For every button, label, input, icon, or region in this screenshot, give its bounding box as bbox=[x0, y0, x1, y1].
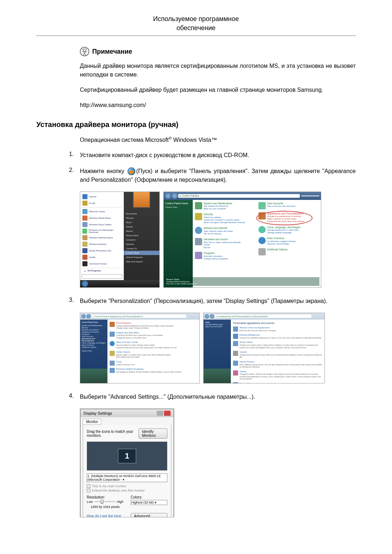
monitor-preview-area[interactable]: 1 bbox=[87, 442, 167, 471]
step-1-num: 1. bbox=[69, 151, 80, 160]
sr-item-recent[interactable]: Recent Items bbox=[124, 233, 159, 238]
start-item-wmp[interactable]: Windows Media Player bbox=[82, 215, 122, 221]
search-input[interactable] bbox=[301, 196, 319, 196]
sb-home[interactable]: Control Panel Home bbox=[82, 321, 106, 323]
sr-item-default[interactable]: Default Programs bbox=[124, 255, 159, 259]
start-item-email[interactable]: E-mail bbox=[82, 200, 122, 206]
sr-item-help[interactable]: Help and Support bbox=[124, 259, 159, 264]
cp-cat-clock[interactable]: Clock, Language, and RegionChange keyboa… bbox=[258, 226, 319, 234]
breadcrumb[interactable]: « Control Panel ▸ Appearance and Persona… bbox=[91, 315, 186, 318]
cp-cat-ease[interactable]: Ease of AccessLet Windows suggest settin… bbox=[258, 237, 319, 245]
cp-cat-additional[interactable]: Additional Options bbox=[258, 248, 319, 255]
ds-tab-monitor[interactable]: Monitor bbox=[83, 419, 101, 425]
sb-font-size[interactable]: Adjust font size (DPI) bbox=[205, 325, 229, 328]
personalization-titlebar: « ▸ Appearance and Personalization ▸ Per… bbox=[204, 313, 324, 320]
sb-additional[interactable]: Additional Options bbox=[82, 346, 106, 348]
note-para-1: Данный драйвер монитора является сертифи… bbox=[80, 62, 356, 79]
pb-sounds[interactable]: SoundsChange which sounds are heard when… bbox=[233, 351, 322, 358]
start-item-gallery[interactable]: Windows Photo Gallery bbox=[82, 221, 122, 228]
cp-cat-hardware[interactable]: Hardware and SoundPlay CDs or other medi… bbox=[195, 238, 256, 249]
cp-cat-network[interactable]: Network and InternetView network status … bbox=[195, 227, 256, 235]
cp-sidebar-classic[interactable]: Classic View bbox=[165, 206, 191, 208]
pb-screensaver[interactable]: Screen SaverChange your screen saver or … bbox=[233, 341, 322, 349]
cp-cat-programs[interactable]: ProgramsUninstall a program Change start… bbox=[195, 252, 256, 260]
pa-sidebar[interactable]: Windows Sidebar PropertiesAdd gadgets to… bbox=[110, 368, 197, 373]
sb-clock[interactable]: Clock, Language, and Region bbox=[82, 342, 106, 344]
folder-icon bbox=[110, 351, 115, 356]
additional-icon bbox=[258, 248, 266, 255]
colors-column: Colors: Highest (32 bit) ▾ bbox=[131, 495, 167, 509]
slider-thumb[interactable] bbox=[101, 500, 103, 504]
taskbar-start-button[interactable] bbox=[82, 280, 88, 287]
cp-sidebar-home[interactable]: Control Panel Home bbox=[165, 202, 191, 205]
os-suffix: Windows Vista™ bbox=[172, 137, 217, 143]
back-button[interactable] bbox=[205, 314, 209, 319]
colors-select[interactable]: Highest (32 bit) ▾ bbox=[131, 500, 167, 505]
pa-personalization[interactable]: PersonalizationChange desktop background… bbox=[110, 322, 197, 329]
window-color-icon bbox=[233, 327, 238, 332]
sr-item-computer[interactable]: Computer bbox=[124, 238, 159, 242]
cp-cat-system[interactable]: System and MaintenanceGet started with W… bbox=[195, 202, 256, 210]
pb-theme[interactable]: ThemeChange the theme. Themes can change… bbox=[233, 370, 322, 380]
pa-ease[interactable]: Ease of Access CenterAccommodate low vis… bbox=[110, 341, 197, 349]
breadcrumb[interactable]: « ▸ Appearance and Personalization ▸ Per… bbox=[215, 315, 311, 318]
start-item-internet[interactable]: Internet bbox=[82, 193, 122, 200]
step-3: 3. Выберите "Personalization" (Персонали… bbox=[69, 297, 356, 305]
start-search-input[interactable] bbox=[82, 274, 122, 279]
step-2-screenshots: Internet E-mail Welcome Center Windows M… bbox=[80, 192, 356, 288]
breadcrumb[interactable]: ▸ Control Panel ▸ bbox=[178, 194, 300, 198]
sr-item-games[interactable]: Games bbox=[124, 225, 159, 229]
pa-taskbar[interactable]: Taskbar and Start MenuCustomize the Star… bbox=[110, 332, 197, 339]
close-button[interactable] bbox=[164, 411, 171, 416]
pb-window-color[interactable]: Window Color and AppearanceFine tune the… bbox=[233, 327, 322, 332]
note-block: Примечание Данный драйвер монитора являе… bbox=[80, 47, 356, 110]
extend-checkbox[interactable] bbox=[87, 489, 90, 492]
identify-monitors-button[interactable]: Identify Monitors bbox=[139, 428, 167, 439]
start-item-welcome[interactable]: Welcome Center bbox=[82, 208, 122, 215]
appearance-window: « Control Panel ▸ Appearance and Persona… bbox=[80, 313, 199, 383]
start-item-explorer[interactable]: Windows Explorer bbox=[82, 241, 122, 247]
pb-display-settings[interactable]: Display SettingsAdjust your monitor reso… bbox=[233, 382, 322, 383]
cp-cat-users[interactable]: User AccountsAdd or remove user accounts bbox=[258, 202, 319, 209]
steps-list-4: 4. Выберите "Advanced Settings..." (Допо… bbox=[69, 393, 356, 401]
sr-item-documents[interactable]: Documents bbox=[124, 212, 159, 216]
resolution-slider[interactable] bbox=[94, 501, 115, 502]
forward-button[interactable] bbox=[86, 314, 91, 319]
pa-folder[interactable]: Folder OptionsSpecify single- or double-… bbox=[110, 351, 197, 358]
step-4-num: 4. bbox=[69, 393, 80, 401]
pa-fonts[interactable]: FontsInstall or remove a font bbox=[110, 361, 197, 366]
start-all-programs[interactable]: ▸All Programs bbox=[82, 269, 122, 273]
start-item-photoshop[interactable]: Adobe Photoshop CS2 bbox=[82, 247, 122, 254]
sr-item-network[interactable]: Network bbox=[124, 242, 159, 246]
system-icon bbox=[195, 202, 202, 209]
forward-button[interactable] bbox=[210, 314, 214, 319]
monitor-1-icon[interactable]: 1 bbox=[118, 449, 136, 463]
main-monitor-checkbox[interactable] bbox=[87, 484, 90, 488]
cp-cat-security[interactable]: SecurityCheck for updates Check this com… bbox=[195, 213, 256, 224]
back-button[interactable] bbox=[165, 193, 171, 199]
pb-desktop-bg[interactable]: Desktop BackgroundChoose from available … bbox=[233, 334, 322, 339]
sb-classic[interactable]: Classic View bbox=[82, 350, 106, 352]
step-3-screenshots: « Control Panel ▸ Appearance and Persona… bbox=[80, 313, 356, 383]
start-item-handle[interactable]: handle bbox=[82, 254, 122, 260]
advanced-settings-button[interactable]: Advanced Settings... bbox=[131, 513, 167, 517]
sr-item-pictures[interactable]: Pictures bbox=[124, 216, 159, 220]
reg-mark: ® bbox=[169, 136, 172, 140]
start-item-meeting[interactable]: Windows Meeting Space bbox=[82, 234, 122, 241]
pb-mouse[interactable]: Mouse PointersPick a different mouse poi… bbox=[233, 361, 322, 368]
screenshot-personalization: « ▸ Appearance and Personalization ▸ Per… bbox=[203, 313, 325, 383]
sb-appearance[interactable]: Appearance and Personalization bbox=[82, 337, 106, 342]
start-item-cmd[interactable]: Command Prompt bbox=[82, 260, 122, 267]
monitor-select[interactable]: 1. (Multiple Monitors) on NVIDIA GeForce… bbox=[87, 473, 167, 482]
highlight-oval bbox=[256, 211, 313, 225]
start-item-messenger[interactable]: Windows Live Messenger Download bbox=[82, 228, 122, 234]
forward-button[interactable] bbox=[172, 193, 177, 199]
sr-item-control-panel[interactable]: Control Panel bbox=[124, 251, 159, 255]
minimize-button[interactable] bbox=[157, 411, 163, 416]
sr-item-music[interactable]: Music bbox=[124, 220, 159, 225]
help-link[interactable]: How do I get the best display? bbox=[87, 514, 131, 517]
sr-item-search[interactable]: Search bbox=[124, 229, 159, 233]
cp-sidebar: Control Panel Home Classic View Recent T… bbox=[164, 200, 193, 287]
sr-item-connect[interactable]: Connect To bbox=[124, 246, 159, 251]
back-button[interactable] bbox=[81, 314, 86, 319]
